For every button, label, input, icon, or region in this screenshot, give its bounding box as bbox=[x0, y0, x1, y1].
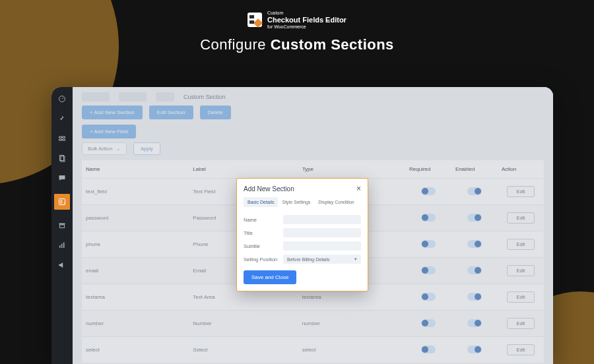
required-toggle[interactable] bbox=[421, 319, 436, 327]
section-tab-placeholder[interactable] bbox=[156, 92, 174, 102]
enabled-toggle[interactable] bbox=[467, 319, 482, 327]
add-section-modal: Add New Section × Basic Details Style Se… bbox=[236, 178, 368, 291]
dashboard-icon[interactable] bbox=[58, 95, 66, 103]
svg-rect-8 bbox=[63, 243, 65, 249]
required-toggle[interactable] bbox=[421, 346, 436, 353]
bulk-action-select[interactable]: Bulk Action bbox=[82, 142, 127, 155]
svg-rect-7 bbox=[61, 244, 63, 249]
edit-button[interactable]: Edit bbox=[507, 344, 535, 355]
col-label: Label bbox=[189, 160, 298, 179]
enabled-toggle[interactable] bbox=[467, 187, 482, 195]
cell-name: textarea bbox=[82, 284, 189, 311]
admin-sidebar bbox=[51, 87, 73, 364]
modal-form: Name Title Subtitle Selling Position Bef… bbox=[237, 207, 368, 291]
cell-name: number bbox=[82, 311, 189, 337]
table-row: numberNumbernumberEdit bbox=[82, 311, 544, 337]
cell-label: Select bbox=[189, 337, 298, 363]
modal-tabs: Basic Details Style Settings Display Con… bbox=[237, 197, 368, 207]
subtitle-label: Subtitle bbox=[244, 243, 279, 249]
section-tab-placeholder[interactable] bbox=[82, 92, 110, 102]
cell-name: password bbox=[82, 205, 189, 231]
enabled-toggle[interactable] bbox=[467, 346, 482, 353]
add-field-button[interactable]: + Add New Field bbox=[82, 125, 136, 138]
add-section-button[interactable]: + Add New Section bbox=[82, 106, 143, 119]
edit-button[interactable]: Edit bbox=[507, 186, 535, 197]
edit-button[interactable]: Edit bbox=[507, 265, 535, 276]
section-tab-placeholder[interactable] bbox=[119, 92, 147, 102]
enabled-toggle[interactable] bbox=[467, 293, 482, 301]
tab-display-condition[interactable]: Display Condition bbox=[314, 197, 358, 207]
modal-title: Add New Section bbox=[244, 185, 294, 193]
required-toggle[interactable] bbox=[421, 266, 436, 274]
edit-button[interactable]: Edit bbox=[507, 212, 535, 224]
cell-name: email bbox=[82, 258, 189, 284]
megaphone-icon[interactable] bbox=[58, 261, 66, 269]
pin-icon[interactable] bbox=[58, 115, 66, 123]
svg-rect-4 bbox=[59, 224, 65, 225]
position-select[interactable]: Before Billing Details bbox=[283, 255, 361, 264]
checkout-fields-icon[interactable] bbox=[54, 194, 70, 210]
col-name: Name bbox=[82, 160, 189, 179]
save-and-close-button[interactable]: Save and Close bbox=[244, 270, 296, 284]
title-input[interactable] bbox=[283, 228, 361, 237]
brand-text: Custom Checkout Fields Editor for WooCom… bbox=[267, 11, 346, 30]
table-row: selectSelectselectEdit bbox=[82, 337, 544, 363]
comment-icon[interactable] bbox=[58, 174, 66, 182]
name-input[interactable] bbox=[283, 215, 361, 224]
pages-icon[interactable] bbox=[58, 154, 66, 162]
cell-name: phone bbox=[82, 231, 189, 258]
plugin-logo-icon bbox=[248, 13, 262, 27]
cell-label: Number bbox=[189, 311, 298, 337]
section-tab-custom[interactable]: Custom Section bbox=[183, 94, 226, 100]
archive-icon[interactable] bbox=[58, 222, 66, 229]
subtitle-input[interactable] bbox=[283, 241, 361, 251]
svg-rect-5 bbox=[60, 225, 65, 228]
name-label: Name bbox=[244, 217, 279, 223]
edit-button[interactable]: Edit bbox=[507, 291, 535, 303]
delete-section-button[interactable]: Delete bbox=[200, 106, 231, 119]
close-icon[interactable]: × bbox=[356, 184, 361, 193]
code-icon[interactable] bbox=[58, 135, 66, 142]
stats-icon[interactable] bbox=[58, 241, 66, 249]
cell-type: select bbox=[298, 337, 405, 363]
enabled-toggle[interactable] bbox=[467, 266, 482, 274]
edit-section-button[interactable]: Edit Section bbox=[149, 106, 193, 119]
required-toggle[interactable] bbox=[421, 187, 436, 195]
edit-button[interactable]: Edit bbox=[507, 239, 535, 250]
required-toggle[interactable] bbox=[421, 240, 436, 248]
edit-button[interactable]: Edit bbox=[507, 318, 535, 329]
enabled-toggle[interactable] bbox=[467, 240, 482, 248]
svg-rect-6 bbox=[59, 245, 61, 248]
col-enabled: Enabled bbox=[451, 160, 498, 179]
tab-basic-details[interactable]: Basic Details bbox=[244, 197, 278, 207]
brand-header: Custom Checkout Fields Editor for WooCom… bbox=[0, 11, 594, 53]
primary-toolbar: + Add New Section Edit Section Delete bbox=[73, 106, 553, 119]
tab-style-settings[interactable]: Style Settings bbox=[278, 197, 314, 207]
cell-type: number bbox=[298, 311, 405, 337]
col-action: Action bbox=[498, 160, 544, 179]
apply-button[interactable]: Apply bbox=[133, 142, 160, 155]
table-head-row: Name Label Type Required Enabled Action bbox=[82, 160, 544, 179]
enabled-toggle[interactable] bbox=[467, 214, 482, 222]
cell-name: text_field bbox=[82, 179, 189, 205]
col-required: Required bbox=[405, 160, 451, 179]
cell-name: select bbox=[82, 337, 189, 363]
secondary-toolbar: + Add New Field bbox=[73, 119, 553, 138]
title-label: Title bbox=[244, 230, 279, 236]
section-tabs-row: Custom Section bbox=[73, 87, 553, 106]
required-toggle[interactable] bbox=[421, 293, 436, 301]
position-label: Selling Position bbox=[244, 257, 279, 262]
col-type: Type bbox=[298, 160, 405, 179]
page-title: Configure Custom Sections bbox=[0, 36, 594, 53]
required-toggle[interactable] bbox=[421, 214, 436, 222]
